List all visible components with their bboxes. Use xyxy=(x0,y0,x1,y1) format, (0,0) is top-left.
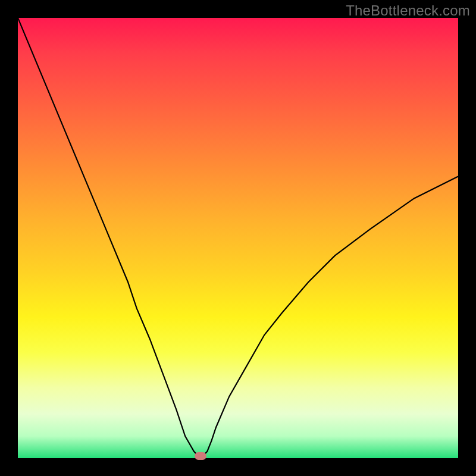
plot-area xyxy=(18,18,458,458)
watermark-text: TheBottleneck.com xyxy=(346,2,470,19)
bottleneck-curve xyxy=(18,18,458,458)
optimal-marker xyxy=(195,452,206,460)
chart-frame: TheBottleneck.com xyxy=(0,0,476,476)
